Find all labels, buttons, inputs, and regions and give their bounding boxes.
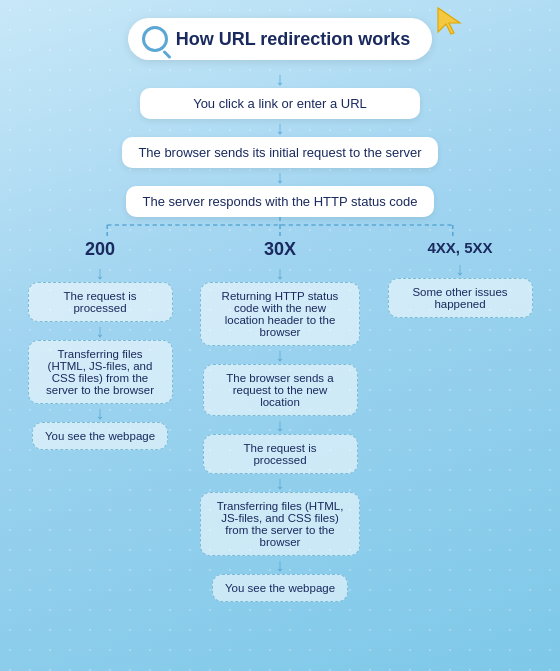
arrow-200-1: ↓ [96,264,105,282]
arrow-2: ↓ [276,119,285,137]
status-30x: 30X [264,239,296,260]
col-30x: 30X ↓ Returning HTTP status code with th… [185,239,375,602]
arrow-1: ↓ [276,70,285,88]
box-4xx-1: Some other issues happened [388,278,533,318]
box-30x-4: Transferring files (HTML, JS-files, and … [200,492,360,556]
box-30x-2: The browser sends a request to the new l… [203,364,358,416]
box-30x-1: Returning HTTP status code with the new … [200,282,360,346]
search-icon [142,26,168,52]
branch-container [10,217,550,239]
box-200-3: You see the webpage [32,422,168,450]
step3-box: The server responds with the HTTP status… [126,186,433,217]
step2-box: The browser sends its initial request to… [122,137,437,168]
box-200-2: Transferring files (HTML, JS-files, and … [28,340,173,404]
arrow-3: ↓ [276,168,285,186]
arrow-30x-3: ↓ [276,416,285,434]
title-bar: How URL redirection works [128,18,433,60]
arrow-4xx-1: ↓ [456,260,465,278]
arrow-30x-1: ↓ [276,264,285,282]
step1-box: You click a link or enter a URL [140,88,420,119]
svg-marker-0 [438,8,460,34]
status-200: 200 [85,239,115,260]
box-30x-3: The request is processed [203,434,358,474]
arrow-200-2: ↓ [96,322,105,340]
status-4xx: 4XX, 5XX [427,239,492,256]
arrow-30x-4: ↓ [276,474,285,492]
box-30x-5: You see the webpage [212,574,348,602]
cursor-icon [434,4,468,38]
arrow-200-3: ↓ [96,404,105,422]
three-columns: 200 ↓ The request is processed ↓ Transfe… [10,239,550,602]
main-container: How URL redirection works ↓ You click a … [0,0,560,671]
page-title: How URL redirection works [176,29,411,50]
col-4xx: 4XX, 5XX ↓ Some other issues happened [375,239,545,602]
col-200: 200 ↓ The request is processed ↓ Transfe… [15,239,185,602]
box-200-1: The request is processed [28,282,173,322]
arrow-30x-5: ↓ [276,556,285,574]
arrow-30x-2: ↓ [276,346,285,364]
branch-svg [10,217,550,239]
